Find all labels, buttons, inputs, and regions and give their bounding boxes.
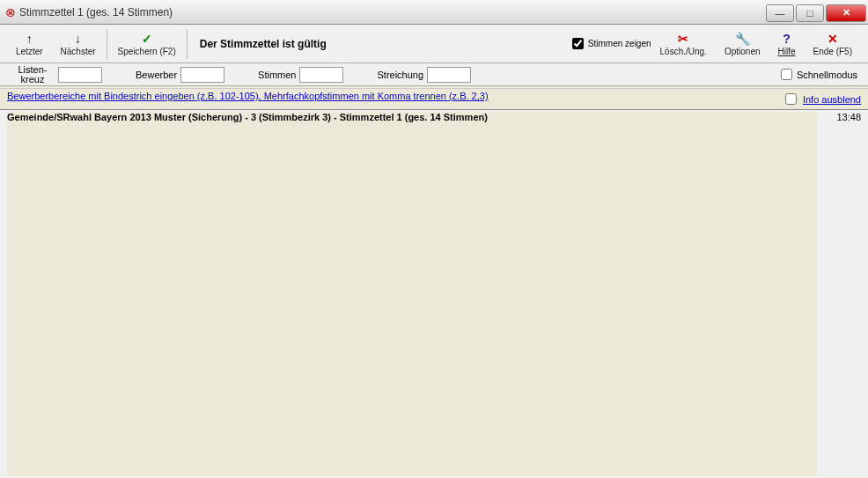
minimize-button[interactable]: ― bbox=[766, 4, 794, 22]
streichung-label: Streichung bbox=[377, 70, 423, 80]
arrow-down-icon: ↓ bbox=[75, 31, 81, 47]
save-label: Speichern (F2) bbox=[118, 47, 176, 56]
schnellmodus-toggle[interactable]: Schnellmodus bbox=[777, 66, 857, 83]
delete-label: Lösch./Ung. bbox=[660, 47, 707, 56]
statusbar: Gemeinde/SRwahl Bayern 2013 Muster (Sich… bbox=[0, 109, 868, 478]
info-ausblend-checkbox[interactable] bbox=[785, 93, 797, 105]
prev-label: Letzter bbox=[16, 47, 43, 56]
stimmen-input[interactable] bbox=[299, 67, 343, 83]
separator bbox=[187, 29, 188, 59]
hint-row: Bewerberbereiche mit Bindestrich eingebe… bbox=[0, 88, 868, 109]
prev-button[interactable]: ↑ Letzter bbox=[7, 29, 52, 58]
ballot-status: Der Stimmzettel ist gültig bbox=[200, 38, 327, 50]
clock: 13:48 bbox=[817, 112, 861, 476]
separator bbox=[107, 29, 107, 59]
save-button[interactable]: ✓ Speichern (F2) bbox=[109, 29, 185, 58]
show-votes-checkbox[interactable] bbox=[572, 38, 584, 49]
window-title: Stimmzettel 1 (ges. 14 Stimmen) bbox=[19, 6, 173, 18]
close-button[interactable]: ✕ bbox=[826, 4, 866, 22]
listenkreuz-label: Listen-kreuz bbox=[11, 65, 55, 85]
delete-icon: ✂ bbox=[678, 31, 688, 47]
status-text: Gemeinde/SRwahl Bayern 2013 Muster (Sich… bbox=[7, 112, 817, 476]
arrow-up-icon: ↑ bbox=[26, 31, 33, 47]
streichung-input[interactable] bbox=[427, 67, 471, 83]
options-button[interactable]: 🔧 Optionen bbox=[716, 29, 769, 58]
delete-button[interactable]: ✂ Lösch./Ung. bbox=[651, 29, 716, 58]
next-label: Nächster bbox=[61, 47, 96, 56]
show-votes-toggle[interactable]: Stimmen zeigen bbox=[569, 35, 651, 52]
end-label: Ende (F5) bbox=[813, 47, 852, 56]
listenkreuz-input[interactable] bbox=[58, 67, 102, 83]
help-icon: ? bbox=[783, 31, 791, 47]
maximize-button[interactable]: □ bbox=[796, 4, 824, 22]
schnellmodus-label: Schnellmodus bbox=[797, 70, 857, 80]
schnellmodus-checkbox[interactable] bbox=[781, 69, 792, 80]
bewerber-input[interactable] bbox=[180, 67, 224, 83]
next-button[interactable]: ↓ Nächster bbox=[52, 29, 105, 58]
wrench-icon: 🔧 bbox=[735, 31, 750, 47]
info-ausblend-label[interactable]: Info ausblend bbox=[803, 94, 861, 105]
app-icon: ⊗ bbox=[5, 5, 16, 19]
close-icon: ✕ bbox=[828, 31, 838, 47]
bottom-area: Bewerberbereiche mit Bindestrich eingebe… bbox=[0, 88, 868, 478]
show-votes-label: Stimmen zeigen bbox=[588, 40, 651, 48]
help-button[interactable]: ? Hilfe bbox=[769, 29, 805, 58]
options-label: Optionen bbox=[725, 47, 761, 56]
toolbar: ↑ Letzter ↓ Nächster ✓ Speichern (F2) De… bbox=[0, 25, 868, 63]
stimmen-label: Stimmen bbox=[258, 70, 296, 80]
input-hint[interactable]: Bewerberbereiche mit Bindestrich eingebe… bbox=[7, 91, 489, 107]
bewerber-label: Bewerber bbox=[136, 70, 177, 80]
check-icon: ✓ bbox=[142, 31, 152, 47]
input-row: Listen-kreuz Bewerber Stimmen Streichung… bbox=[0, 63, 868, 86]
help-label: Hilfe bbox=[778, 47, 796, 56]
end-button[interactable]: ✕ Ende (F5) bbox=[805, 29, 861, 58]
titlebar: ⊗ Stimmzettel 1 (ges. 14 Stimmen) ― □ ✕ bbox=[0, 0, 868, 25]
